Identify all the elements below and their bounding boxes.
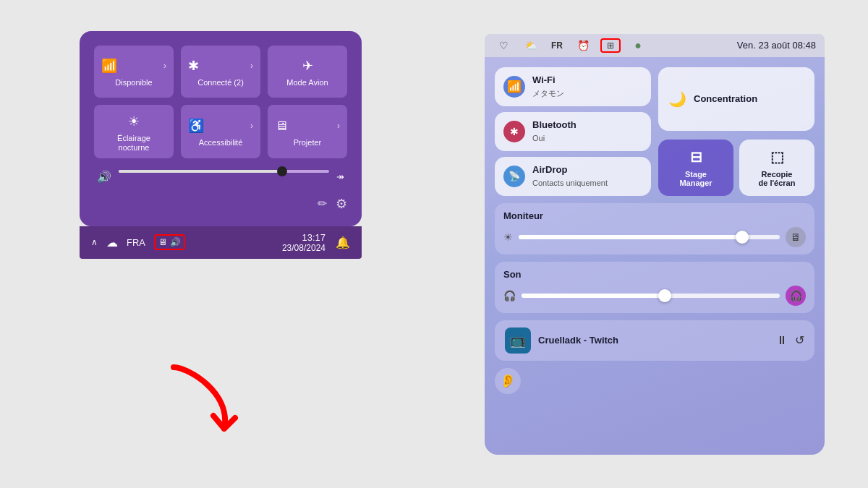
menubar-heart-icon[interactable]: ♡ [493, 38, 514, 53]
wifi-text: Wi-Fi メタモン [532, 74, 564, 99]
menubar-control-center-icon[interactable]: ⊞ [600, 38, 621, 53]
win-tiles-grid: 📶 › Disponible ✱ › Connecté (2) ✈ Mode A… [94, 46, 347, 158]
taskbar-highlight-box: 🖥 🔊 [154, 234, 185, 250]
macos-control-center: 📶 Wi-Fi メタモン ✱ Bluetooth Oui 📡 [485, 57, 825, 455]
son-section: Son 🎧 🎧 [495, 262, 814, 313]
menubar-lang[interactable]: FR [548, 38, 566, 53]
concentration-label: Concentration [694, 93, 757, 104]
moniteur-slider-row: ☀ 🖥 [503, 227, 806, 247]
bluetooth-icon: ✱ [188, 58, 199, 74]
wifi-icon: 📶 [101, 58, 117, 74]
gear-icon[interactable]: ⚙ [336, 196, 347, 212]
menubar-datetime: Ven. 23 août 08:48 [737, 40, 816, 51]
project-label: Projeter [294, 138, 322, 147]
night-light-icon: ☀ [128, 114, 140, 129]
accessibility-icon: ♿ [188, 118, 204, 134]
bluetooth-text: Bluetooth Oui [532, 119, 576, 144]
stage-manager-tile[interactable]: ⊟ StageManager [658, 140, 733, 196]
wifi-arrow: › [163, 61, 166, 71]
wifi-icon: 📶 [503, 76, 525, 98]
connectivity-column: 📶 Wi-Fi メタモン ✱ Bluetooth Oui 📡 [495, 67, 651, 196]
stage-row: ⊟ StageManager ⬚ Recopiede l'écran [658, 140, 814, 196]
acc-arrow: › [250, 121, 253, 131]
night-light-tile[interactable]: ☀ Éclairagenocturne [94, 105, 174, 158]
stage-manager-label: StageManager [679, 170, 712, 187]
menubar-left-icons: ♡ ⛅ FR ⏰ ⊞ ● [493, 38, 648, 53]
menubar-clock-icon[interactable]: ⏰ [573, 38, 593, 53]
macos-panel: ♡ ⛅ FR ⏰ ⊞ ● Ven. 23 août 08:48 📶 Wi-Fi … [485, 34, 825, 455]
bluetooth-label: Connecté (2) [197, 78, 244, 87]
moniteur-title: Moniteur [503, 210, 806, 221]
night-light-label: Éclairagenocturne [117, 134, 150, 153]
menubar-dot-icon[interactable]: ● [628, 38, 648, 53]
proj-arrow: › [337, 121, 340, 131]
sound-slider[interactable] [522, 294, 780, 298]
wifi-tile[interactable]: 📶 › Disponible [94, 46, 174, 98]
sound-icon: 🎧 [503, 290, 516, 301]
arrow-svg [152, 364, 239, 436]
accessibility-tile[interactable]: ♿ › Accessibilité [181, 105, 260, 158]
right-column: 🌙 Concentration ⊟ StageManager ⬚ Recopie… [658, 67, 814, 196]
edit-icon[interactable]: ✏ [318, 197, 327, 210]
taskbar-date: 23/08/2024 [282, 243, 326, 253]
airplane-tile[interactable]: ✈ Mode Avion [268, 46, 347, 98]
menubar-people-icon[interactable]: ⛅ [521, 38, 541, 53]
taskbar-chevron[interactable]: ∧ [91, 237, 98, 247]
bluetooth-sublabel: Oui [532, 134, 545, 142]
volume-slider-container[interactable] [119, 170, 329, 173]
volume-control: 🔊 ↠ [94, 170, 347, 184]
brightness-slider[interactable] [519, 235, 780, 239]
son-slider-row: 🎧 🎧 [503, 286, 806, 306]
monitor-settings-icon[interactable]: 🖥 [786, 227, 806, 247]
accessibility-label: Accessibilité [199, 138, 243, 147]
taskbar-datetime: 13:17 23/08/2024 [282, 232, 326, 253]
media-controls: ⏸ ↺ [776, 333, 804, 347]
screen-mirror-icon: ⬚ [770, 148, 784, 166]
menubar-datetime-text: Ven. 23 août 08:48 [737, 40, 816, 51]
volume-icon: 🔊 [97, 170, 111, 184]
volume-right-icon: ↠ [336, 171, 344, 182]
project-tile[interactable]: 🖥 › Projeter [268, 105, 347, 158]
wifi-label: Disponible [115, 78, 152, 87]
son-title: Son [503, 269, 806, 280]
taskbar-monitor-icon: 🖥 [158, 237, 167, 247]
hearing-icon-button[interactable]: 👂 [495, 368, 521, 394]
airdrop-sublabel: Contacts uniquement [532, 179, 608, 187]
windows-taskbar: ∧ ☁ FRA 🖥 🔊 13:17 23/08/2024 🔔 [80, 226, 362, 259]
windows-quick-settings: 📶 › Disponible ✱ › Connecté (2) ✈ Mode A… [80, 31, 362, 226]
bt-arrow: › [250, 61, 253, 71]
bluetooth-icon: ✱ [503, 121, 525, 142]
wifi-label: Wi-Fi [532, 74, 564, 85]
bluetooth-tile[interactable]: ✱ › Connecté (2) [181, 46, 260, 98]
screen-mirror-label: Recopiede l'écran [759, 170, 796, 187]
volume-slider[interactable] [119, 170, 329, 173]
airdrop-text: AirDrop Contacts uniquement [532, 164, 608, 189]
refresh-button[interactable]: ↺ [795, 333, 804, 347]
control-top-row: 📶 Wi-Fi メタモン ✱ Bluetooth Oui 📡 [495, 67, 814, 196]
taskbar-left: ∧ ☁ FRA 🖥 🔊 [91, 234, 185, 250]
taskbar-time: 13:17 [302, 232, 326, 243]
macos-menubar: ♡ ⛅ FR ⏰ ⊞ ● Ven. 23 août 08:48 [485, 34, 825, 57]
media-title: Cruelladk - Twitch [538, 335, 769, 346]
airpods-icon[interactable]: 🎧 [786, 286, 806, 306]
screen-mirror-tile[interactable]: ⬚ Recopiede l'écran [739, 140, 814, 196]
media-app-icon: 📺 [505, 328, 531, 354]
airplane-label: Mode Avion [286, 78, 328, 87]
airdrop-icon: 📡 [503, 166, 525, 187]
wifi-tile[interactable]: 📶 Wi-Fi メタモン [495, 67, 651, 106]
volume-thumb[interactable] [277, 166, 287, 176]
concentration-tile[interactable]: 🌙 Concentration [658, 67, 814, 131]
airdrop-label: AirDrop [532, 164, 608, 175]
pause-button[interactable]: ⏸ [776, 334, 788, 347]
red-arrow-indicator [152, 364, 239, 436]
windows-panel: 📶 › Disponible ✱ › Connecté (2) ✈ Mode A… [43, 31, 398, 458]
settings-footer: ✏ ⚙ [94, 196, 347, 212]
taskbar-bell-icon[interactable]: 🔔 [336, 236, 350, 249]
taskbar-volume-icon: 🔊 [170, 237, 181, 247]
airdrop-tile[interactable]: 📡 AirDrop Contacts uniquement [495, 157, 651, 196]
airplane-icon: ✈ [302, 58, 313, 74]
bluetooth-tile[interactable]: ✱ Bluetooth Oui [495, 112, 651, 151]
taskbar-lang: FRA [127, 237, 145, 248]
moon-icon: 🌙 [668, 90, 686, 108]
bluetooth-label: Bluetooth [532, 119, 576, 130]
